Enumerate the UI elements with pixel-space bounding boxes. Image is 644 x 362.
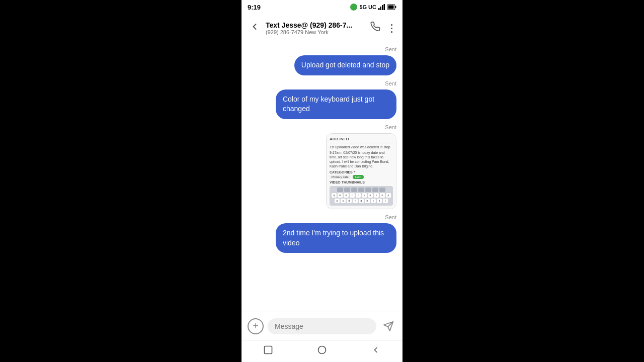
keyboard-key bbox=[365, 188, 371, 192]
screenshot-message: ADD INFO 1st uploaded video was deleted … bbox=[326, 133, 396, 209]
screenshot-help-button: Help bbox=[353, 175, 364, 179]
network-label: 5G UC bbox=[359, 4, 376, 10]
battery-icon bbox=[387, 4, 396, 10]
screenshot-keyboard: q w e r t y u i o p a s d bbox=[330, 186, 393, 206]
keyboard-key bbox=[337, 188, 343, 192]
keyboard-key: f bbox=[353, 199, 358, 203]
keyboard-key: u bbox=[368, 193, 373, 198]
screenshot-content: ADD INFO 1st uploaded video was deleted … bbox=[327, 134, 396, 209]
keyboard-key: i bbox=[374, 193, 379, 198]
keyboard-key: l bbox=[383, 199, 388, 203]
phone-frame: 9:19 5G UC Text Je bbox=[242, 0, 403, 362]
call-button[interactable] bbox=[370, 22, 380, 34]
message-status-1: Sent bbox=[248, 46, 396, 52]
message-status-3: Sent bbox=[248, 124, 396, 130]
svg-rect-3 bbox=[384, 4, 385, 10]
input-area: + bbox=[242, 312, 403, 340]
keyboard-key bbox=[379, 188, 385, 192]
keyboard-key: q bbox=[332, 193, 337, 198]
more-options-button[interactable]: ⋮ bbox=[386, 22, 396, 34]
keyboard-key bbox=[372, 188, 378, 192]
svg-rect-0 bbox=[378, 8, 380, 10]
keyboard-key: h bbox=[365, 199, 370, 203]
keyboard-row-3: a s d f g h j k l bbox=[331, 199, 391, 203]
screenshot-time-text: 9:17am, 02/07/25 is today date and time,… bbox=[330, 150, 393, 168]
nav-home-button[interactable] bbox=[313, 341, 331, 361]
keyboard-key: d bbox=[347, 199, 352, 203]
nav-bar bbox=[242, 340, 403, 362]
keyboard-key: k bbox=[377, 199, 382, 203]
keyboard-key: p bbox=[386, 193, 391, 198]
keyboard-key: y bbox=[362, 193, 367, 198]
svg-point-10 bbox=[318, 346, 326, 354]
message-bubble-1: Upload got deleted and stop bbox=[294, 55, 396, 75]
chat-header: Text Jesse@ (929) 286-7... (929) 286-747… bbox=[242, 14, 403, 42]
screenshot-primary-tag: Primary cate bbox=[330, 175, 351, 179]
status-icons: 5G UC bbox=[350, 4, 396, 11]
svg-rect-9 bbox=[265, 346, 272, 354]
message-bubble-4: 2nd time I'm trying to upload this video bbox=[276, 223, 396, 253]
keyboard-key: s bbox=[341, 199, 346, 203]
keyboard-key bbox=[358, 188, 364, 192]
keyboard-key: t bbox=[356, 193, 361, 198]
svg-rect-6 bbox=[388, 6, 394, 9]
status-bar: 9:19 5G UC bbox=[242, 0, 403, 14]
keyboard-key: a bbox=[335, 199, 340, 203]
keyboard-row-1 bbox=[331, 188, 391, 192]
keyboard-row-2: q w e r t y u i o p bbox=[331, 193, 391, 198]
keyboard-key bbox=[344, 188, 350, 192]
screenshot-header: ADD INFO bbox=[330, 137, 393, 143]
svg-rect-2 bbox=[382, 5, 383, 10]
keyboard-key: e bbox=[344, 193, 349, 198]
message-bubble-2: Color of my keyboard just got changed bbox=[276, 89, 396, 119]
send-button[interactable] bbox=[380, 318, 396, 334]
plus-icon: + bbox=[253, 320, 259, 332]
keyboard-key: j bbox=[371, 199, 376, 203]
svg-rect-1 bbox=[380, 7, 382, 10]
message-status-4: Sent bbox=[248, 214, 396, 220]
keyboard-key bbox=[351, 188, 357, 192]
nav-back-button[interactable] bbox=[367, 341, 385, 361]
header-subtitle: (929) 286-7479 New York bbox=[266, 29, 366, 35]
message-input[interactable] bbox=[268, 318, 376, 334]
header-info: Text Jesse@ (929) 286-7... (929) 286-747… bbox=[266, 21, 366, 35]
messages-area: Sent Upload got deleted and stop Sent Co… bbox=[242, 42, 403, 312]
green-status-dot bbox=[350, 4, 357, 11]
screenshot-categories-label: CATEGORIES * bbox=[330, 170, 393, 174]
keyboard-key: r bbox=[350, 193, 355, 198]
keyboard-key: g bbox=[359, 199, 364, 203]
screenshot-thumbnails-label: VIDEO THUMBNAILS bbox=[330, 180, 393, 184]
add-attachment-button[interactable]: + bbox=[248, 318, 264, 334]
back-button[interactable] bbox=[248, 20, 262, 36]
nav-square-button[interactable] bbox=[259, 341, 277, 361]
header-title: Text Jesse@ (929) 286-7... bbox=[266, 21, 366, 29]
keyboard-key: w bbox=[338, 193, 343, 198]
svg-rect-5 bbox=[395, 6, 396, 8]
status-time: 9:19 bbox=[248, 4, 261, 11]
keyboard-key: o bbox=[380, 193, 385, 198]
screenshot-line1: 1st uploaded video was deleted in stop bbox=[330, 145, 393, 149]
header-actions: ⋮ bbox=[370, 22, 396, 34]
message-status-2: Sent bbox=[248, 80, 396, 86]
signal-bars-icon bbox=[378, 4, 385, 10]
